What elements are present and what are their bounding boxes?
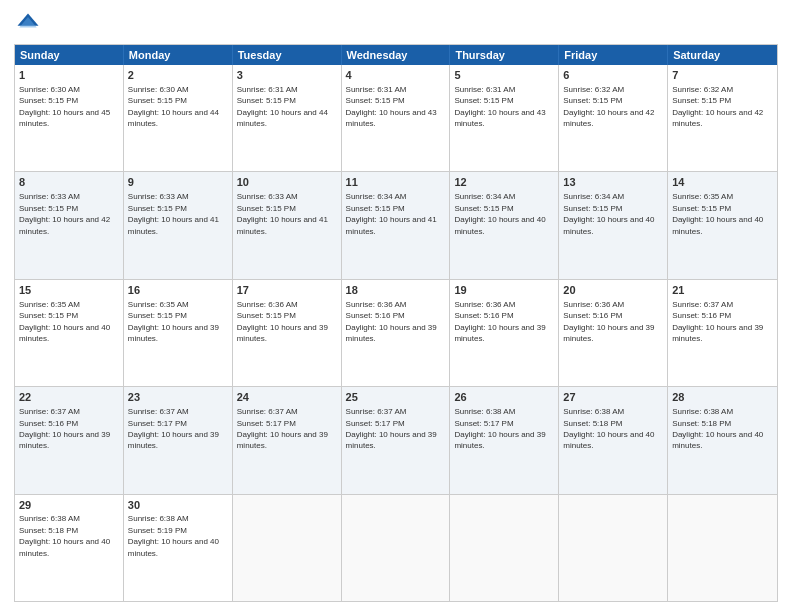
- calendar: SundayMondayTuesdayWednesdayThursdayFrid…: [14, 44, 778, 602]
- calendar-cell: 28 Sunrise: 6:38 AMSunset: 5:18 PMDaylig…: [668, 387, 777, 493]
- header-day-monday: Monday: [124, 45, 233, 65]
- day-number: 11: [346, 175, 446, 190]
- cell-text: Sunrise: 6:33 AMSunset: 5:15 PMDaylight:…: [237, 192, 328, 235]
- calendar-cell: 8 Sunrise: 6:33 AMSunset: 5:15 PMDayligh…: [15, 172, 124, 278]
- calendar-cell: [668, 495, 777, 601]
- day-number: 29: [19, 498, 119, 513]
- calendar-header: SundayMondayTuesdayWednesdayThursdayFrid…: [15, 45, 777, 65]
- cell-text: Sunrise: 6:34 AMSunset: 5:15 PMDaylight:…: [454, 192, 545, 235]
- calendar-cell: 5 Sunrise: 6:31 AMSunset: 5:15 PMDayligh…: [450, 65, 559, 171]
- cell-text: Sunrise: 6:36 AMSunset: 5:16 PMDaylight:…: [563, 300, 654, 343]
- calendar-cell: 18 Sunrise: 6:36 AMSunset: 5:16 PMDaylig…: [342, 280, 451, 386]
- day-number: 19: [454, 283, 554, 298]
- calendar-body: 1 Sunrise: 6:30 AMSunset: 5:15 PMDayligh…: [15, 65, 777, 601]
- calendar-cell: 16 Sunrise: 6:35 AMSunset: 5:15 PMDaylig…: [124, 280, 233, 386]
- day-number: 8: [19, 175, 119, 190]
- cell-text: Sunrise: 6:37 AMSunset: 5:16 PMDaylight:…: [19, 407, 110, 450]
- calendar-cell: 7 Sunrise: 6:32 AMSunset: 5:15 PMDayligh…: [668, 65, 777, 171]
- cell-text: Sunrise: 6:30 AMSunset: 5:15 PMDaylight:…: [128, 85, 219, 128]
- cell-text: Sunrise: 6:37 AMSunset: 5:17 PMDaylight:…: [237, 407, 328, 450]
- cell-text: Sunrise: 6:37 AMSunset: 5:17 PMDaylight:…: [128, 407, 219, 450]
- logo: [14, 10, 46, 38]
- day-number: 27: [563, 390, 663, 405]
- calendar-cell: 15 Sunrise: 6:35 AMSunset: 5:15 PMDaylig…: [15, 280, 124, 386]
- calendar-cell: [559, 495, 668, 601]
- calendar-row-0: 1 Sunrise: 6:30 AMSunset: 5:15 PMDayligh…: [15, 65, 777, 172]
- calendar-row-2: 15 Sunrise: 6:35 AMSunset: 5:15 PMDaylig…: [15, 280, 777, 387]
- calendar-cell: 2 Sunrise: 6:30 AMSunset: 5:15 PMDayligh…: [124, 65, 233, 171]
- calendar-cell: 14 Sunrise: 6:35 AMSunset: 5:15 PMDaylig…: [668, 172, 777, 278]
- day-number: 14: [672, 175, 773, 190]
- cell-text: Sunrise: 6:38 AMSunset: 5:17 PMDaylight:…: [454, 407, 545, 450]
- cell-text: Sunrise: 6:33 AMSunset: 5:15 PMDaylight:…: [19, 192, 110, 235]
- cell-text: Sunrise: 6:31 AMSunset: 5:15 PMDaylight:…: [237, 85, 328, 128]
- day-number: 3: [237, 68, 337, 83]
- calendar-cell: 9 Sunrise: 6:33 AMSunset: 5:15 PMDayligh…: [124, 172, 233, 278]
- day-number: 23: [128, 390, 228, 405]
- cell-text: Sunrise: 6:36 AMSunset: 5:15 PMDaylight:…: [237, 300, 328, 343]
- cell-text: Sunrise: 6:31 AMSunset: 5:15 PMDaylight:…: [346, 85, 437, 128]
- cell-text: Sunrise: 6:32 AMSunset: 5:15 PMDaylight:…: [563, 85, 654, 128]
- header-day-thursday: Thursday: [450, 45, 559, 65]
- calendar-cell: 11 Sunrise: 6:34 AMSunset: 5:15 PMDaylig…: [342, 172, 451, 278]
- calendar-cell: 29 Sunrise: 6:38 AMSunset: 5:18 PMDaylig…: [15, 495, 124, 601]
- calendar-cell: 21 Sunrise: 6:37 AMSunset: 5:16 PMDaylig…: [668, 280, 777, 386]
- calendar-cell: 22 Sunrise: 6:37 AMSunset: 5:16 PMDaylig…: [15, 387, 124, 493]
- calendar-cell: 26 Sunrise: 6:38 AMSunset: 5:17 PMDaylig…: [450, 387, 559, 493]
- cell-text: Sunrise: 6:38 AMSunset: 5:19 PMDaylight:…: [128, 514, 219, 557]
- calendar-row-1: 8 Sunrise: 6:33 AMSunset: 5:15 PMDayligh…: [15, 172, 777, 279]
- calendar-cell: 19 Sunrise: 6:36 AMSunset: 5:16 PMDaylig…: [450, 280, 559, 386]
- day-number: 18: [346, 283, 446, 298]
- day-number: 12: [454, 175, 554, 190]
- cell-text: Sunrise: 6:32 AMSunset: 5:15 PMDaylight:…: [672, 85, 763, 128]
- day-number: 16: [128, 283, 228, 298]
- header-day-friday: Friday: [559, 45, 668, 65]
- day-number: 17: [237, 283, 337, 298]
- day-number: 13: [563, 175, 663, 190]
- calendar-cell: 6 Sunrise: 6:32 AMSunset: 5:15 PMDayligh…: [559, 65, 668, 171]
- calendar-cell: [450, 495, 559, 601]
- page: SundayMondayTuesdayWednesdayThursdayFrid…: [0, 0, 792, 612]
- cell-text: Sunrise: 6:36 AMSunset: 5:16 PMDaylight:…: [454, 300, 545, 343]
- calendar-cell: 13 Sunrise: 6:34 AMSunset: 5:15 PMDaylig…: [559, 172, 668, 278]
- day-number: 21: [672, 283, 773, 298]
- cell-text: Sunrise: 6:31 AMSunset: 5:15 PMDaylight:…: [454, 85, 545, 128]
- cell-text: Sunrise: 6:38 AMSunset: 5:18 PMDaylight:…: [563, 407, 654, 450]
- calendar-cell: 12 Sunrise: 6:34 AMSunset: 5:15 PMDaylig…: [450, 172, 559, 278]
- day-number: 30: [128, 498, 228, 513]
- day-number: 20: [563, 283, 663, 298]
- day-number: 10: [237, 175, 337, 190]
- calendar-row-3: 22 Sunrise: 6:37 AMSunset: 5:16 PMDaylig…: [15, 387, 777, 494]
- day-number: 5: [454, 68, 554, 83]
- day-number: 1: [19, 68, 119, 83]
- calendar-cell: [233, 495, 342, 601]
- cell-text: Sunrise: 6:30 AMSunset: 5:15 PMDaylight:…: [19, 85, 110, 128]
- cell-text: Sunrise: 6:37 AMSunset: 5:16 PMDaylight:…: [672, 300, 763, 343]
- day-number: 6: [563, 68, 663, 83]
- cell-text: Sunrise: 6:36 AMSunset: 5:16 PMDaylight:…: [346, 300, 437, 343]
- calendar-cell: 20 Sunrise: 6:36 AMSunset: 5:16 PMDaylig…: [559, 280, 668, 386]
- calendar-cell: 4 Sunrise: 6:31 AMSunset: 5:15 PMDayligh…: [342, 65, 451, 171]
- cell-text: Sunrise: 6:38 AMSunset: 5:18 PMDaylight:…: [19, 514, 110, 557]
- cell-text: Sunrise: 6:33 AMSunset: 5:15 PMDaylight:…: [128, 192, 219, 235]
- header-area: [14, 10, 778, 38]
- calendar-cell: [342, 495, 451, 601]
- day-number: 9: [128, 175, 228, 190]
- calendar-cell: 1 Sunrise: 6:30 AMSunset: 5:15 PMDayligh…: [15, 65, 124, 171]
- calendar-cell: 24 Sunrise: 6:37 AMSunset: 5:17 PMDaylig…: [233, 387, 342, 493]
- calendar-cell: 3 Sunrise: 6:31 AMSunset: 5:15 PMDayligh…: [233, 65, 342, 171]
- header-day-sunday: Sunday: [15, 45, 124, 65]
- calendar-cell: 30 Sunrise: 6:38 AMSunset: 5:19 PMDaylig…: [124, 495, 233, 601]
- header-day-wednesday: Wednesday: [342, 45, 451, 65]
- cell-text: Sunrise: 6:34 AMSunset: 5:15 PMDaylight:…: [346, 192, 437, 235]
- cell-text: Sunrise: 6:35 AMSunset: 5:15 PMDaylight:…: [672, 192, 763, 235]
- day-number: 28: [672, 390, 773, 405]
- logo-icon: [14, 10, 42, 38]
- cell-text: Sunrise: 6:35 AMSunset: 5:15 PMDaylight:…: [19, 300, 110, 343]
- header-day-saturday: Saturday: [668, 45, 777, 65]
- day-number: 15: [19, 283, 119, 298]
- cell-text: Sunrise: 6:37 AMSunset: 5:17 PMDaylight:…: [346, 407, 437, 450]
- calendar-row-4: 29 Sunrise: 6:38 AMSunset: 5:18 PMDaylig…: [15, 495, 777, 601]
- day-number: 24: [237, 390, 337, 405]
- day-number: 22: [19, 390, 119, 405]
